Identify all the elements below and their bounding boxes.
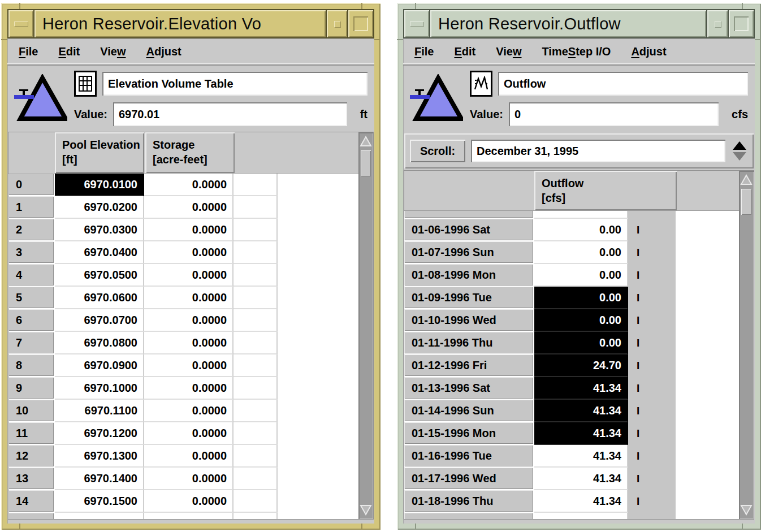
pool-elevation-cell[interactable]: 6970.0600 [55, 287, 144, 309]
empty-cell[interactable] [234, 445, 278, 468]
storage-cell[interactable]: 0.0000 [144, 264, 234, 287]
pool-elevation-cell[interactable]: 6970.0300 [55, 219, 144, 241]
frame-resize-notch [415, 3, 416, 9]
pool-elevation-cell[interactable]: 6970.0100 [55, 174, 144, 196]
pool-elevation-cell[interactable]: 6970.0700 [55, 309, 144, 332]
storage-cell[interactable]: 0.0000 [144, 400, 234, 422]
window-menu-button[interactable] [8, 10, 33, 37]
outflow-value-cell[interactable]: 41.34 [534, 422, 628, 445]
minimize-icon [334, 21, 340, 27]
storage-cell[interactable]: 0.0000 [144, 445, 234, 468]
minimize-icon [715, 21, 721, 27]
window-title[interactable]: Heron Reservoir.Elevation Vo [34, 10, 326, 37]
outflow-value-cell[interactable]: 0.00 [534, 287, 628, 309]
window-title[interactable]: Heron Reservoir.Outflow [430, 10, 706, 37]
minimize-button[interactable] [707, 10, 728, 37]
empty-cell[interactable] [234, 400, 278, 422]
pool-elevation-cell[interactable]: 6970.1000 [55, 377, 144, 400]
storage-cell[interactable]: 0.0000 [144, 354, 234, 377]
pool-elevation-cell[interactable]: 6970.0900 [55, 354, 144, 377]
maximize-button[interactable] [348, 10, 373, 37]
empty-cell[interactable] [234, 241, 278, 264]
storage-cell[interactable]: 0.0000 [144, 219, 234, 241]
storage-cell[interactable]: 0.0000 [144, 468, 234, 490]
menu-item[interactable]: Adjust [631, 45, 666, 58]
scrollbar-thumb[interactable] [741, 189, 751, 215]
spinner-up-icon[interactable] [733, 141, 746, 150]
empty-cell[interactable] [234, 354, 278, 377]
menu-item[interactable]: Edit [454, 45, 475, 58]
outflow-value-cell[interactable]: 41.34 [534, 490, 628, 513]
vertical-scrollbar[interactable] [739, 171, 754, 519]
menu-item[interactable]: Adjust [146, 45, 181, 58]
window-menu-button[interactable] [404, 10, 429, 37]
menu-item[interactable]: File [19, 45, 38, 58]
storage-cell[interactable]: 0.0000 [144, 287, 234, 309]
storage-cell[interactable]: 0.0000 [144, 309, 234, 332]
empty-cell[interactable] [234, 196, 278, 219]
titlebar[interactable]: Heron Reservoir.Elevation Vo [7, 9, 374, 38]
storage-cell[interactable]: 0.0000 [144, 196, 234, 219]
empty-cell[interactable] [234, 490, 278, 513]
empty-cell[interactable] [234, 422, 278, 445]
minimize-button[interactable] [327, 10, 347, 37]
value-field[interactable]: 6970.01 [113, 102, 347, 126]
empty-cell[interactable] [234, 219, 278, 241]
empty-cell[interactable] [234, 377, 278, 400]
outflow-value-cell[interactable]: 0.00 [534, 241, 628, 264]
pool-elevation-cell[interactable]: 6970.1400 [55, 468, 144, 490]
empty-cell[interactable] [234, 264, 278, 287]
pool-elevation-cell[interactable]: 6970.0400 [55, 241, 144, 264]
outflow-value-cell[interactable]: 41.34 [534, 377, 628, 400]
pool-elevation-cell[interactable]: 6970.0800 [55, 332, 144, 354]
menu-item[interactable]: TimeStep I/O [542, 45, 611, 58]
slot-name-field[interactable]: Elevation Volume Table [102, 72, 367, 96]
value-field[interactable]: 0 [509, 102, 719, 126]
scroll-button[interactable]: Scroll: [410, 140, 465, 162]
storage-cell[interactable]: 0.0000 [144, 490, 234, 513]
storage-cell[interactable]: 0.0000 [144, 377, 234, 400]
outflow-value-cell[interactable]: 0.00 [534, 264, 628, 287]
scrollbar-up-button[interactable] [359, 134, 373, 149]
titlebar[interactable]: Heron Reservoir.Outflow [403, 9, 755, 38]
outflow-value-cell[interactable]: 0.00 [534, 309, 628, 332]
storage-cell[interactable]: 0.0000 [144, 174, 234, 196]
outflow-value-cell[interactable]: 0.00 [534, 332, 628, 354]
empty-cell[interactable] [234, 174, 278, 196]
storage-cell[interactable]: 0.0000 [144, 332, 234, 354]
empty-cell[interactable] [234, 309, 278, 332]
outflow-value-cell[interactable]: 41.34 [534, 445, 628, 468]
outflow-value-cell[interactable]: 24.70 [534, 354, 628, 377]
pool-elevation-cell[interactable]: 6970.1200 [55, 422, 144, 445]
outflow-value-cell[interactable]: 0.00 [534, 219, 628, 241]
client-area: FileEditViewAdjust [7, 38, 374, 524]
maximize-button[interactable] [729, 10, 754, 37]
pool-elevation-cell[interactable]: 6970.1500 [55, 490, 144, 513]
scroll-date-field[interactable]: December 31, 1995 [471, 140, 725, 162]
empty-cell[interactable] [234, 332, 278, 354]
table-row: 3 6970.0400 0.0000 [8, 241, 358, 264]
menu-item[interactable]: View [496, 45, 521, 58]
pool-elevation-cell[interactable]: 6970.0500 [55, 264, 144, 287]
frame-resize-notch [755, 39, 761, 40]
storage-cell[interactable]: 0.0000 [144, 422, 234, 445]
scrollbar-up-button[interactable] [740, 172, 753, 187]
empty-cell[interactable] [234, 287, 278, 309]
slot-name-field[interactable]: Outflow [498, 72, 748, 96]
pool-elevation-cell[interactable]: 6970.0200 [55, 196, 144, 219]
outflow-value-cell[interactable]: 41.34 [534, 468, 628, 490]
scrollbar-down-button[interactable] [359, 503, 373, 517]
scrollbar-down-button[interactable] [740, 503, 753, 517]
empty-cell[interactable] [234, 468, 278, 490]
outflow-value-cell[interactable]: 0.00 [534, 211, 628, 219]
pool-elevation-cell[interactable]: 6970.1300 [55, 445, 144, 468]
storage-cell[interactable]: 0.0000 [144, 241, 234, 264]
outflow-value-cell[interactable]: 41.34 [534, 400, 628, 422]
pool-elevation-cell[interactable]: 6970.1100 [55, 400, 144, 422]
spinner-down-icon[interactable] [733, 152, 746, 161]
menu-item[interactable]: File [414, 45, 434, 58]
menu-item[interactable]: Edit [58, 45, 80, 58]
vertical-scrollbar[interactable] [358, 132, 373, 519]
menu-item[interactable]: View [100, 45, 126, 58]
scrollbar-thumb[interactable] [361, 150, 371, 176]
